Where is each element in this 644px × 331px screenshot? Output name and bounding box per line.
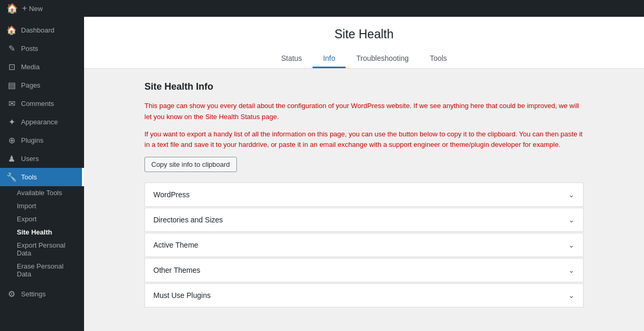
users-icon: ♟ xyxy=(6,154,17,164)
tab-troubleshooting[interactable]: Troubleshooting xyxy=(346,50,419,68)
sidebar-subitem-export-personal-data[interactable]: Export Personal Data xyxy=(0,239,84,260)
info-para-2: If you want to export a handy list of al… xyxy=(144,129,584,151)
tab-status[interactable]: Status xyxy=(271,50,313,68)
page-title: Site Health xyxy=(84,27,644,41)
accordion-header-other-themes[interactable]: Other Themes ⌄ xyxy=(145,259,583,282)
page-header: Site Health Status Info Troubleshooting … xyxy=(84,17,644,69)
sidebar-item-settings[interactable]: ⚙ Settings xyxy=(0,285,84,303)
chevron-down-icon: ⌄ xyxy=(568,291,575,300)
comments-icon: ✉ xyxy=(6,99,17,109)
appearance-icon: ✦ xyxy=(6,117,17,127)
section-title: Site Health Info xyxy=(144,81,584,92)
info-para-1: This page can show you every detail abou… xyxy=(144,101,584,123)
chevron-down-icon: ⌄ xyxy=(568,216,575,224)
plugins-icon: ⊕ xyxy=(6,135,17,145)
media-icon: ⊡ xyxy=(6,62,17,72)
sidebar-item-plugins[interactable]: ⊕ Plugins xyxy=(0,131,84,150)
posts-icon: ✎ xyxy=(6,44,17,54)
sidebar-subitem-available-tools[interactable]: Available Tools xyxy=(0,186,84,199)
accordion-header-directories-sizes[interactable]: Directories and Sizes ⌄ xyxy=(145,208,583,231)
content-area: Site Health Info This page can show you … xyxy=(128,69,600,321)
accordion-directories-sizes: Directories and Sizes ⌄ xyxy=(144,208,584,232)
sidebar-subitem-export[interactable]: Export xyxy=(0,212,84,226)
accordion-active-theme: Active Theme ⌄ xyxy=(144,233,584,257)
tab-tools[interactable]: Tools xyxy=(419,50,458,68)
tools-icon: 🔧 xyxy=(6,172,17,182)
plus-icon: + xyxy=(22,4,27,13)
tab-info[interactable]: Info xyxy=(313,50,346,68)
copy-site-info-button[interactable]: Copy site info to clipboard xyxy=(144,157,237,172)
dashboard-icon: 🏠 xyxy=(6,25,17,35)
sidebar-item-posts[interactable]: ✎ Posts xyxy=(0,39,84,58)
sidebar: 🏠 Dashboard ✎ Posts ⊡ Media ▤ Pages ✉ Co… xyxy=(0,17,84,331)
sidebar-subitem-erase-personal-data[interactable]: Erase Personal Data xyxy=(0,260,84,281)
accordion-header-wordpress[interactable]: WordPress ⌄ xyxy=(145,183,583,206)
sidebar-item-media[interactable]: ⊡ Media xyxy=(0,58,84,76)
settings-icon: ⚙ xyxy=(6,289,17,299)
chevron-down-icon: ⌄ xyxy=(568,266,575,274)
sidebar-item-comments[interactable]: ✉ Comments xyxy=(0,94,84,113)
top-bar: 🏠 + New xyxy=(0,0,644,17)
sidebar-item-dashboard[interactable]: 🏠 Dashboard xyxy=(0,21,84,39)
chevron-down-icon: ⌄ xyxy=(568,241,575,249)
accordion-header-active-theme[interactable]: Active Theme ⌄ xyxy=(145,233,583,257)
pages-icon: ▤ xyxy=(6,80,17,90)
main-content: Site Health Status Info Troubleshooting … xyxy=(84,17,644,331)
sidebar-subitem-import[interactable]: Import xyxy=(0,199,84,212)
sidebar-item-pages[interactable]: ▤ Pages xyxy=(0,76,84,94)
sidebar-item-users[interactable]: ♟ Users xyxy=(0,150,84,168)
accordion-must-use-plugins: Must Use Plugins ⌄ xyxy=(144,283,584,307)
accordion-header-must-use-plugins[interactable]: Must Use Plugins ⌄ xyxy=(145,284,583,307)
new-button[interactable]: + New xyxy=(22,4,43,13)
sidebar-item-tools[interactable]: 🔧 Tools xyxy=(0,168,84,186)
tabs-bar: Status Info Troubleshooting Tools xyxy=(84,50,644,68)
sidebar-subitem-site-health[interactable]: Site Health xyxy=(0,226,84,239)
chevron-down-icon: ⌄ xyxy=(568,190,575,199)
accordion-other-themes: Other Themes ⌄ xyxy=(144,258,584,282)
home-icon[interactable]: 🏠 xyxy=(6,3,18,14)
sidebar-item-appearance[interactable]: ✦ Appearance xyxy=(0,113,84,131)
accordion-wordpress: WordPress ⌄ xyxy=(144,183,584,207)
